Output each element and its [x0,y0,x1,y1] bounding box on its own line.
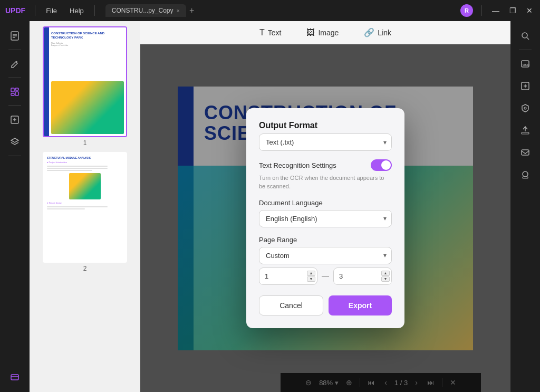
image-icon: 🖼 [306,28,315,37]
lang-field: Document Language English (English) Chin… [259,199,392,227]
sidebar-sep-2 [8,78,21,78]
right-sep-1 [519,50,532,50]
sidebar-icon-layers[interactable] [5,132,24,151]
right-icon-stamp[interactable] [516,165,535,184]
modal-title: Output Format [259,121,392,130]
format-select[interactable]: Text (.txt) Word (.docx) Excel (.xlsx) P… [259,133,392,151]
thumb-label-1: 1 [83,139,87,147]
to-spinners: ▲ ▼ [381,267,390,285]
from-spin-up[interactable]: ▲ [307,271,315,276]
right-icon-search[interactable] [516,26,535,45]
app-logo: UPDF [5,6,25,15]
svg-rect-20 [522,150,529,155]
app-body: CONSTRUCTION OF SCIENCE AND TECHNOLOGY P… [0,21,540,392]
user-avatar[interactable]: R [460,4,473,17]
range-field: Page Range All Pages Custom Current Page [259,236,392,285]
thumbnail-2[interactable]: STRUCTURAL MODULE ANALYSIS ● Project Int… [43,152,127,272]
range-label: Page Range [259,236,392,244]
to-spin-down[interactable]: ▼ [381,276,390,282]
svg-rect-7 [11,93,14,95]
right-icon-protect[interactable] [516,99,535,118]
tab-close-btn[interactable]: × [177,7,180,14]
svg-text:OCR: OCR [523,63,530,66]
right-icon-email[interactable] [516,143,535,162]
sidebar-sep-3 [8,106,21,106]
svg-point-11 [522,33,527,38]
image-tool-btn[interactable]: 🖼 Image [300,25,345,41]
right-icon-ocr[interactable]: OCR [516,54,535,73]
link-label: Link [378,28,391,37]
format-field: Output Format Text (.txt) Word (.docx) E… [259,121,392,151]
tab-label: CONSTRU...py_Copy [112,7,173,14]
right-icon-convert[interactable] [516,77,535,95]
svg-rect-19 [522,132,529,134]
format-select-wrapper: Text (.txt) Word (.docx) Excel (.xlsx) P… [259,133,392,151]
sidebar-icon-stack[interactable] [5,368,24,387]
lang-select[interactable]: English (English) Chinese (Simplified) F… [259,210,392,227]
pdf-view: CONSTRUCTION OF SCIENCE Output Format Te… [140,44,510,392]
maximize-btn[interactable]: ❐ [507,5,518,16]
sidebar-left [0,21,30,392]
svg-point-21 [523,171,528,177]
thumb-building [51,81,124,134]
to-spin-up[interactable]: ▲ [381,271,390,276]
thumb-text: CONSTRUCTION OF SCIENCE AND TECHNOLOGY P… [51,32,124,46]
svg-line-12 [527,37,529,40]
svg-rect-22 [523,177,528,178]
export-button[interactable]: Export [329,295,392,315]
title-bar: UPDF File Help CONSTRU...py_Copy × + R —… [0,0,540,21]
link-tool-btn[interactable]: 🔗 Link [358,24,398,41]
svg-point-18 [524,107,526,109]
lang-label: Document Language [259,199,392,207]
sidebar-icon-pages[interactable] [5,26,24,45]
ocr-hint: Turn on the OCR when the document appear… [259,174,392,190]
range-from-wrapper: ▲ ▼ [259,267,317,285]
thumb-img-1[interactable]: CONSTRUCTION OF SCIENCE AND TECHNOLOGY P… [43,26,127,137]
menu-help[interactable]: Help [65,5,88,17]
modal-actions: Cancel Export [259,295,392,315]
tab-add-btn[interactable]: + [189,6,194,15]
text-icon: T [259,28,265,37]
text-label: Text [268,28,282,37]
range-inputs: ▲ ▼ — ▲ ▼ [259,267,392,285]
thumb-img-2[interactable]: STRUCTURAL MODULE ANALYSIS ● Project Int… [43,152,127,263]
lang-select-wrapper: English (English) Chinese (Simplified) F… [259,210,392,227]
sidebar-icon-edit[interactable] [5,54,24,73]
range-select[interactable]: All Pages Custom Current Page [259,247,392,264]
ocr-toggle[interactable] [371,159,392,171]
title-bar-sep-2 [94,5,95,16]
from-spin-down[interactable]: ▼ [307,276,315,282]
svg-rect-4 [11,88,14,92]
thumb-label-2: 2 [83,265,87,272]
modal-overlay: Output Format Text (.txt) Word (.docx) E… [140,44,510,392]
title-bar-sep [35,5,35,16]
text-tool-btn[interactable]: T Text [253,25,287,41]
main-content: T Text 🖼 Image 🔗 Link CONSTRUCTION OF SC… [140,21,510,392]
ctrl-sep [481,5,482,16]
thumbnail-1[interactable]: CONSTRUCTION OF SCIENCE AND TECHNOLOGY P… [43,26,127,147]
tab-bar: CONSTRU...py_Copy × + [105,4,456,17]
svg-rect-5 [15,88,18,90]
sidebar-right: OCR [510,21,540,392]
ocr-toggle-row: Text Recognition Settings [259,159,392,171]
sidebar-sep-1 [8,50,21,50]
thumb-p2-lines [47,166,123,171]
thumb-p2-lines-2 [47,206,123,209]
thumb-p2-img [69,173,101,199]
sidebar-icon-active[interactable] [5,82,24,101]
menu-file[interactable]: File [42,5,61,17]
export-modal: Output Format Text (.txt) Word (.docx) E… [246,108,404,328]
close-btn[interactable]: ✕ [524,5,535,16]
tab-document[interactable]: CONSTRU...py_Copy × [105,4,186,17]
top-toolbar: T Text 🖼 Image 🔗 Link [140,21,510,44]
range-select-wrapper: All Pages Custom Current Page [259,247,392,264]
sidebar-sep-4 [8,156,21,156]
range-separator: — [322,272,329,280]
thumb-heading: CONSTRUCTION OF SCIENCE AND TECHNOLOGY P… [51,32,124,40]
link-icon: 🔗 [364,27,374,37]
right-icon-export[interactable] [516,121,535,140]
sidebar-icon-annotate[interactable] [5,110,24,129]
svg-rect-9 [11,375,18,380]
minimize-btn[interactable]: — [490,5,501,16]
cancel-button[interactable]: Cancel [259,295,323,315]
